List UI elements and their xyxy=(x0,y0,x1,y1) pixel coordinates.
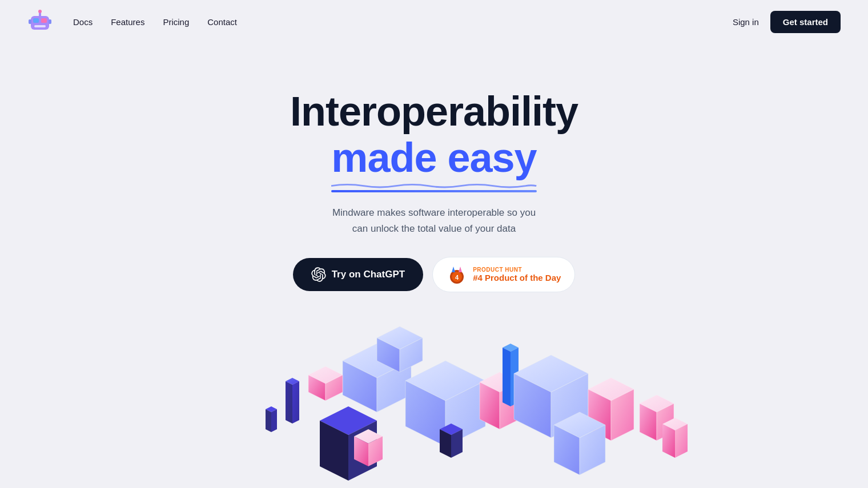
nav-link-pricing[interactable]: Pricing xyxy=(163,17,189,27)
ph-text: PRODUCT HUNT #4 Product of the Day xyxy=(473,267,561,283)
svg-marker-23 xyxy=(286,381,292,424)
ph-rank: #4 Product of the Day xyxy=(473,273,561,283)
ph-medal-icon: 4 xyxy=(447,264,467,285)
nav-left: Docs Features Pricing Contact xyxy=(27,9,237,34)
svg-rect-6 xyxy=(29,19,31,24)
hero-buttons: Try on ChatGPT 4 PRODUCT HUNT #4 Product… xyxy=(293,257,576,292)
nav-link-contact[interactable]: Contact xyxy=(207,17,237,27)
ph-label: PRODUCT HUNT xyxy=(473,267,522,273)
svg-marker-11 xyxy=(452,267,455,272)
svg-text:4: 4 xyxy=(455,274,459,281)
hero-title-line1: Interoperability xyxy=(290,89,578,134)
svg-rect-0 xyxy=(31,16,49,30)
navbar: Docs Features Pricing Contact Sign in Ge… xyxy=(0,0,868,43)
svg-rect-7 xyxy=(49,19,51,24)
svg-rect-1 xyxy=(33,18,39,23)
3d-cubes-svg xyxy=(177,298,691,481)
hero-title-line2: made easy xyxy=(331,134,536,189)
hero-section: Interoperability made easy Mindware make… xyxy=(0,43,868,481)
nav-link-features[interactable]: Features xyxy=(111,17,144,27)
nav-link-docs[interactable]: Docs xyxy=(73,17,93,27)
svg-marker-24 xyxy=(292,381,299,424)
chatgpt-icon xyxy=(311,267,326,282)
nav-links: Docs Features Pricing Contact xyxy=(73,17,237,27)
product-hunt-badge[interactable]: 4 PRODUCT HUNT #4 Product of the Day xyxy=(432,257,575,292)
svg-marker-26 xyxy=(266,409,271,432)
chatgpt-button[interactable]: Try on ChatGPT xyxy=(293,258,423,291)
svg-marker-35 xyxy=(503,348,511,406)
svg-marker-27 xyxy=(271,409,277,432)
svg-rect-2 xyxy=(41,18,47,23)
hero-subtitle: Mindware makes software interoperable so… xyxy=(332,205,536,236)
get-started-button[interactable]: Get started xyxy=(770,11,841,33)
sign-in-link[interactable]: Sign in xyxy=(733,17,759,27)
nav-right: Sign in Get started xyxy=(733,11,841,33)
logo[interactable] xyxy=(27,9,53,34)
svg-rect-3 xyxy=(34,25,46,27)
hero-title-blue: made easy xyxy=(331,134,536,189)
cubes-scene xyxy=(0,298,868,481)
chatgpt-button-label: Try on ChatGPT xyxy=(332,269,405,280)
svg-marker-12 xyxy=(459,267,462,272)
svg-point-5 xyxy=(38,10,42,13)
